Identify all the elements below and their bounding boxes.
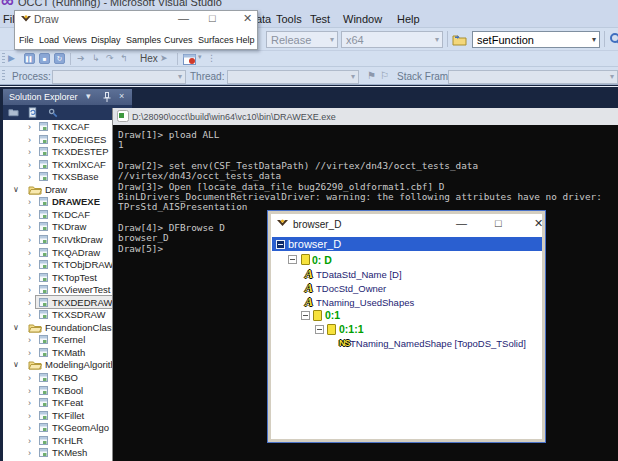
chevron-collapsed-icon[interactable]: ›	[28, 160, 31, 170]
chevron-collapsed-icon[interactable]: ›	[28, 310, 31, 320]
close-button[interactable]: ✕	[243, 12, 252, 25]
configuration-dropdown[interactable]: Release▾	[266, 31, 338, 48]
minimize-button[interactable]: —	[178, 12, 189, 24]
vs-menu-help[interactable]: Help	[397, 13, 420, 25]
tree-item-label: TKViewerTest	[52, 284, 110, 295]
maximize-button[interactable]: □	[495, 217, 502, 229]
browser-tree-row-TDocStd_Owner[interactable]: ATDocStd_Owner	[271, 281, 542, 295]
chevron-collapsed-icon[interactable]: ›	[28, 197, 31, 207]
hex-toggle[interactable]: Hex	[140, 53, 158, 64]
collapse-box-icon[interactable]	[301, 311, 310, 320]
chevron-collapsed-icon[interactable]: ›	[28, 172, 31, 182]
chevron-collapsed-icon[interactable]: ›	[28, 135, 31, 145]
chevron-collapsed-icon[interactable]: ›	[28, 335, 31, 345]
open-file-icon[interactable]	[452, 33, 467, 46]
chevron-expanded-icon[interactable]: ∨	[13, 360, 19, 369]
vs-menu-window[interactable]: Window	[343, 13, 382, 25]
chevron-expanded-icon[interactable]: ∨	[13, 185, 19, 194]
chevron-collapsed-icon[interactable]: ›	[28, 448, 31, 458]
chevron-collapsed-icon[interactable]: ›	[28, 222, 31, 232]
chevron-collapsed-icon[interactable]: ›	[28, 235, 31, 245]
chevron-collapsed-icon[interactable]: ›	[28, 436, 31, 446]
chevron-collapsed-icon[interactable]: ›	[28, 398, 31, 408]
flag-outline-icon[interactable]: ⚐	[380, 70, 389, 81]
browser-tree-row-TNaming_UsedShapes[interactable]: ATNaming_UsedShapes	[271, 295, 542, 309]
draw-menu-curves[interactable]: Curves	[164, 35, 193, 45]
chevron-collapsed-icon[interactable]: ›	[28, 122, 31, 132]
window-position-icon[interactable]: ▾	[86, 91, 91, 101]
chevron-collapsed-icon[interactable]: ›	[28, 260, 31, 270]
draw-menu-file[interactable]: File	[19, 35, 34, 45]
browser-tree-row-0:1:1[interactable]: 0:1:1	[271, 323, 542, 337]
toolbar-drag-handle[interactable]	[2, 53, 5, 65]
draw-menu-load[interactable]: Load	[39, 35, 59, 45]
dropdown-arrow-icon[interactable]: ▾	[198, 53, 202, 61]
break-all-button[interactable]: ▌▌	[24, 53, 35, 64]
browser-tree-row-TNaming_NamedShape [TopoDS_TSolid][interactable]: NSTNaming_NamedShape [TopoDS_TSolid]	[271, 337, 542, 351]
browser-tree-row-0: D[interactable]: 0: D	[271, 253, 542, 267]
thread-label: Thread:	[190, 71, 224, 82]
tree-item-label: TKFeat	[52, 397, 83, 408]
browser-titlebar[interactable]: browser_D — □ ✕	[271, 214, 542, 235]
solution-explorer-header[interactable]: Solution Explorer ▾ ×	[3, 89, 132, 105]
maximize-button[interactable]: □	[209, 12, 216, 24]
draw-menu-surfaces[interactable]: Surfaces	[198, 35, 234, 45]
chevron-collapsed-icon[interactable]: ›	[28, 386, 31, 396]
stack-frame-dropdown[interactable]: ▾	[448, 70, 618, 84]
vs-menu-test[interactable]: Test	[310, 13, 330, 25]
chevron-collapsed-icon[interactable]: ›	[28, 373, 31, 383]
windows-icon[interactable]	[183, 54, 196, 65]
chevron-collapsed-icon[interactable]: ›	[28, 348, 31, 358]
collapse-box-icon[interactable]	[315, 325, 324, 334]
browser-window: browser_D — □ ✕ browser_D0: DATDataStd_N…	[267, 210, 546, 443]
settings-icon[interactable]	[608, 32, 618, 46]
close-button[interactable]: ✕	[534, 217, 543, 230]
close-icon[interactable]: ×	[119, 91, 124, 101]
toolbar-overflow-icon[interactable]: ⋮	[207, 53, 216, 63]
sync-active-document-icon[interactable]	[27, 107, 38, 118]
restart-button[interactable]: ↻	[54, 53, 65, 64]
draw-menu-display[interactable]: Display	[91, 35, 121, 45]
chevron-collapsed-icon[interactable]: ›	[28, 285, 31, 295]
folder-icon	[28, 184, 42, 195]
step-over-icon[interactable]: ↷	[106, 53, 114, 63]
vs-menu-tools[interactable]: Tools	[276, 13, 302, 25]
browser-tree-row-0:1[interactable]: 0:1	[271, 309, 542, 323]
search-combobox[interactable]: setFunction▾	[472, 31, 600, 48]
show-next-statement-icon[interactable]: ➔	[77, 53, 85, 63]
step-into-icon[interactable]: ↳	[92, 53, 100, 63]
console-title: D:\28090\occt\build\win64\vc10\bin\DRAWE…	[132, 112, 336, 122]
collapse-box-icon[interactable]	[288, 255, 297, 264]
properties-icon[interactable]	[48, 107, 59, 118]
step-out-icon[interactable]: ↰	[120, 53, 128, 63]
chevron-collapsed-icon[interactable]: ›	[28, 248, 31, 258]
stop-button[interactable]: ■	[39, 53, 50, 64]
tree-item-label: TKXSDRAW	[52, 309, 105, 320]
continue-button[interactable]: ▶	[8, 53, 15, 63]
browser-tree-row-browser_D[interactable]: browser_D	[271, 238, 542, 252]
thread-dropdown[interactable]: ▾	[227, 70, 359, 84]
pin-icon[interactable]	[103, 92, 111, 102]
chevron-collapsed-icon[interactable]: ›	[28, 147, 31, 157]
folder-icon	[28, 322, 42, 333]
chevron-collapsed-icon[interactable]: ›	[28, 210, 31, 220]
chevron-collapsed-icon[interactable]: ›	[28, 411, 31, 421]
browser-tree-row-TDataStd_Name [D][interactable]: ATDataStd_Name [D]	[271, 267, 542, 281]
chevron-expanded-icon[interactable]: ∨	[13, 323, 19, 332]
platform-dropdown[interactable]: x64▾	[341, 31, 443, 48]
process-dropdown[interactable]: ▾	[52, 70, 186, 84]
draw-menu-help[interactable]: Help	[236, 35, 255, 45]
draw-menu-samples[interactable]: Samples	[126, 35, 161, 45]
collapse-all-icon[interactable]	[8, 107, 19, 118]
vcxx-project-icon	[38, 284, 49, 295]
console-titlebar[interactable]: D:\28090\occt\build\win64\vc10\bin\DRAWE…	[113, 108, 618, 125]
minimize-button[interactable]: —	[456, 217, 467, 229]
draw-menu-views[interactable]: Views	[63, 35, 87, 45]
flag-icon[interactable]: ⚑	[367, 70, 376, 81]
collapse-box-icon[interactable]	[276, 240, 285, 249]
chevron-collapsed-icon[interactable]: ›	[28, 273, 31, 283]
toolbar-drag-handle[interactable]	[2, 70, 5, 82]
pointer-options-icon[interactable]: ➤	[160, 53, 168, 63]
chevron-collapsed-icon[interactable]: ›	[28, 298, 31, 308]
chevron-collapsed-icon[interactable]: ›	[28, 423, 31, 433]
